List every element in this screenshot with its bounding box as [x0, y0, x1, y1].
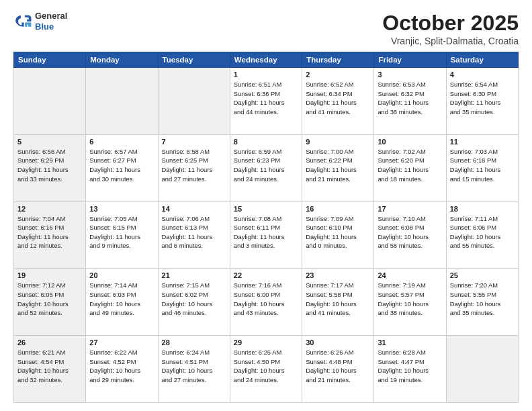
calendar-cell: 6Sunrise: 6:57 AM Sunset: 6:27 PM Daylig…: [86, 134, 158, 201]
week-row-3: 12Sunrise: 7:04 AM Sunset: 6:16 PM Dayli…: [14, 201, 519, 269]
calendar-cell: 13Sunrise: 7:05 AM Sunset: 6:15 PM Dayli…: [86, 201, 158, 269]
day-number: 14: [162, 205, 226, 213]
day-info: Sunrise: 7:15 AM Sunset: 6:02 PM Dayligh…: [162, 281, 226, 318]
day-info: Sunrise: 6:57 AM Sunset: 6:27 PM Dayligh…: [89, 147, 154, 184]
calendar-cell: 4Sunrise: 6:54 AM Sunset: 6:30 PM Daylig…: [446, 68, 518, 135]
header-thursday: Thursday: [302, 52, 374, 68]
day-number: 29: [234, 338, 298, 347]
page: General Blue October 2025 Vranjic, Split…: [0, 0, 532, 411]
calendar-cell: 14Sunrise: 7:06 AM Sunset: 6:13 PM Dayli…: [158, 201, 230, 269]
day-number: 3: [378, 71, 442, 79]
day-number: 23: [306, 271, 370, 279]
calendar-cell: 31Sunrise: 6:28 AM Sunset: 4:47 PM Dayli…: [374, 336, 446, 403]
day-info: Sunrise: 6:24 AM Sunset: 4:51 PM Dayligh…: [162, 348, 226, 385]
day-info: Sunrise: 6:52 AM Sunset: 6:34 PM Dayligh…: [306, 80, 370, 117]
day-number: 16: [306, 205, 370, 213]
day-info: Sunrise: 7:16 AM Sunset: 6:00 PM Dayligh…: [234, 281, 298, 318]
day-number: 18: [450, 205, 515, 213]
day-number: 1: [234, 71, 298, 79]
title-block: October 2025 Vranjic, Split-Dalmatia, Cr…: [382, 11, 519, 46]
day-info: Sunrise: 7:03 AM Sunset: 6:18 PM Dayligh…: [450, 147, 515, 184]
day-number: 6: [89, 138, 154, 146]
day-number: 5: [17, 138, 82, 146]
day-info: Sunrise: 6:56 AM Sunset: 6:29 PM Dayligh…: [17, 147, 82, 184]
calendar-table: SundayMondayTuesdayWednesdayThursdayFrid…: [13, 52, 519, 403]
calendar-cell: 25Sunrise: 7:20 AM Sunset: 5:55 PM Dayli…: [446, 269, 518, 336]
day-info: Sunrise: 7:20 AM Sunset: 5:55 PM Dayligh…: [450, 281, 515, 318]
calendar-cell: [14, 68, 86, 135]
calendar-cell: [446, 336, 518, 403]
day-info: Sunrise: 7:00 AM Sunset: 6:22 PM Dayligh…: [306, 147, 370, 184]
month-title: October 2025: [382, 11, 519, 36]
calendar-cell: 23Sunrise: 7:17 AM Sunset: 5:58 PM Dayli…: [302, 269, 374, 336]
calendar-cell: 12Sunrise: 7:04 AM Sunset: 6:16 PM Dayli…: [14, 201, 86, 269]
day-info: Sunrise: 6:22 AM Sunset: 4:52 PM Dayligh…: [89, 348, 154, 385]
day-number: 27: [89, 338, 154, 347]
calendar-cell: 11Sunrise: 7:03 AM Sunset: 6:18 PM Dayli…: [446, 134, 518, 201]
calendar-cell: 19Sunrise: 7:12 AM Sunset: 6:05 PM Dayli…: [14, 269, 86, 336]
day-number: 17: [378, 205, 442, 213]
day-info: Sunrise: 6:54 AM Sunset: 6:30 PM Dayligh…: [450, 80, 515, 117]
day-info: Sunrise: 7:02 AM Sunset: 6:20 PM Dayligh…: [378, 147, 442, 184]
calendar-cell: [86, 68, 158, 135]
calendar-cell: 10Sunrise: 7:02 AM Sunset: 6:20 PM Dayli…: [374, 134, 446, 201]
calendar-cell: 3Sunrise: 6:53 AM Sunset: 6:32 PM Daylig…: [374, 68, 446, 135]
day-number: 28: [162, 338, 226, 347]
day-info: Sunrise: 6:25 AM Sunset: 4:50 PM Dayligh…: [234, 348, 298, 385]
week-row-1: 1Sunrise: 6:51 AM Sunset: 6:36 PM Daylig…: [14, 68, 519, 135]
calendar-cell: 9Sunrise: 7:00 AM Sunset: 6:22 PM Daylig…: [302, 134, 374, 201]
header-sunday: Sunday: [14, 52, 86, 68]
day-number: 10: [378, 138, 442, 146]
day-info: Sunrise: 6:26 AM Sunset: 4:48 PM Dayligh…: [306, 348, 370, 385]
day-info: Sunrise: 6:21 AM Sunset: 4:54 PM Dayligh…: [17, 348, 82, 385]
day-number: 4: [450, 71, 515, 79]
day-number: 15: [234, 205, 298, 213]
header-wednesday: Wednesday: [230, 52, 302, 68]
calendar-cell: 8Sunrise: 6:59 AM Sunset: 6:23 PM Daylig…: [230, 134, 302, 201]
day-info: Sunrise: 7:09 AM Sunset: 6:10 PM Dayligh…: [306, 214, 370, 251]
calendar-cell: 15Sunrise: 7:08 AM Sunset: 6:11 PM Dayli…: [230, 201, 302, 269]
header-friday: Friday: [374, 52, 446, 68]
day-info: Sunrise: 7:17 AM Sunset: 5:58 PM Dayligh…: [306, 281, 370, 318]
week-row-5: 26Sunrise: 6:21 AM Sunset: 4:54 PM Dayli…: [14, 336, 519, 403]
day-info: Sunrise: 7:06 AM Sunset: 6:13 PM Dayligh…: [162, 214, 226, 251]
calendar-cell: 22Sunrise: 7:16 AM Sunset: 6:00 PM Dayli…: [230, 269, 302, 336]
logo-text: General Blue: [35, 11, 67, 32]
day-number: 2: [306, 71, 370, 79]
header-saturday: Saturday: [446, 52, 518, 68]
calendar-header-row: SundayMondayTuesdayWednesdayThursdayFrid…: [14, 52, 519, 68]
day-number: 25: [450, 271, 515, 279]
day-info: Sunrise: 7:11 AM Sunset: 6:06 PM Dayligh…: [450, 214, 515, 251]
header-tuesday: Tuesday: [158, 52, 230, 68]
logo-icon: [13, 12, 32, 31]
day-info: Sunrise: 7:08 AM Sunset: 6:11 PM Dayligh…: [234, 214, 298, 251]
day-number: 9: [306, 138, 370, 146]
calendar-cell: 30Sunrise: 6:26 AM Sunset: 4:48 PM Dayli…: [302, 336, 374, 403]
day-number: 8: [234, 138, 298, 146]
day-info: Sunrise: 7:19 AM Sunset: 5:57 PM Dayligh…: [378, 281, 442, 318]
logo: General Blue: [13, 11, 67, 32]
header-monday: Monday: [86, 52, 158, 68]
day-number: 7: [162, 138, 226, 146]
header: General Blue October 2025 Vranjic, Split…: [13, 11, 519, 46]
calendar-cell: 29Sunrise: 6:25 AM Sunset: 4:50 PM Dayli…: [230, 336, 302, 403]
day-info: Sunrise: 6:59 AM Sunset: 6:23 PM Dayligh…: [234, 147, 298, 184]
calendar-cell: 28Sunrise: 6:24 AM Sunset: 4:51 PM Dayli…: [158, 336, 230, 403]
calendar-cell: 20Sunrise: 7:14 AM Sunset: 6:03 PM Dayli…: [86, 269, 158, 336]
day-info: Sunrise: 6:58 AM Sunset: 6:25 PM Dayligh…: [162, 147, 226, 184]
calendar-cell: 21Sunrise: 7:15 AM Sunset: 6:02 PM Dayli…: [158, 269, 230, 336]
calendar-cell: 5Sunrise: 6:56 AM Sunset: 6:29 PM Daylig…: [14, 134, 86, 201]
day-info: Sunrise: 7:04 AM Sunset: 6:16 PM Dayligh…: [17, 214, 82, 251]
day-info: Sunrise: 6:53 AM Sunset: 6:32 PM Dayligh…: [378, 80, 442, 117]
calendar-cell: 2Sunrise: 6:52 AM Sunset: 6:34 PM Daylig…: [302, 68, 374, 135]
day-info: Sunrise: 7:14 AM Sunset: 6:03 PM Dayligh…: [89, 281, 154, 318]
day-number: 24: [378, 271, 442, 279]
week-row-4: 19Sunrise: 7:12 AM Sunset: 6:05 PM Dayli…: [14, 269, 519, 336]
calendar-cell: 16Sunrise: 7:09 AM Sunset: 6:10 PM Dayli…: [302, 201, 374, 269]
day-number: 11: [450, 138, 515, 146]
calendar-cell: 18Sunrise: 7:11 AM Sunset: 6:06 PM Dayli…: [446, 201, 518, 269]
calendar-cell: 1Sunrise: 6:51 AM Sunset: 6:36 PM Daylig…: [230, 68, 302, 135]
day-info: Sunrise: 6:28 AM Sunset: 4:47 PM Dayligh…: [378, 348, 442, 385]
logo-blue: Blue: [35, 21, 67, 32]
logo-general: General: [35, 11, 67, 21]
